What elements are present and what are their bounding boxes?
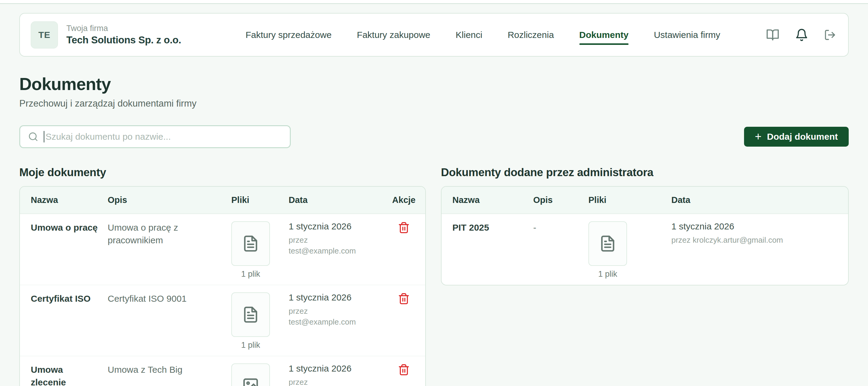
document-name: PIT 2025 — [453, 222, 489, 233]
add-document-label: Dodaj dokument — [767, 132, 838, 142]
top-strip — [0, 0, 868, 4]
delete-document-button[interactable] — [398, 292, 410, 306]
log-out-icon[interactable] — [824, 29, 836, 41]
admin-documents-table: Nazwa Opis Pliki Data PIT 2025 - 1 plik — [441, 186, 849, 285]
page-title: Dokumenty — [19, 74, 849, 94]
table-row: Umowa zlecenie Umowa z Tech Big 1 plik 1… — [20, 356, 425, 386]
book-open-icon[interactable] — [766, 28, 779, 41]
document-name: Umowa o pracę — [31, 222, 98, 233]
document-description: Umowa o pracę z pracownikiem — [108, 222, 178, 245]
document-date: 1 stycznia 2026 — [289, 292, 393, 303]
document-description: Certyfikat ISO 9001 — [108, 293, 187, 304]
nav-item-klienci[interactable]: Klienci — [456, 30, 482, 40]
image-thumbnail[interactable] — [231, 363, 270, 386]
file-thumbnail[interactable] — [588, 221, 627, 266]
document-author: przez test@example.com — [289, 377, 368, 386]
bell-icon[interactable] — [795, 28, 808, 41]
document-name: Certyfikat ISO — [31, 293, 91, 304]
document-author: przez krolczyk.artur@gmail.com — [671, 235, 837, 245]
brand: TE Twoja firma Tech Solutions Sp. z o.o. — [31, 22, 181, 48]
company-label: Twoja firma — [66, 24, 181, 33]
column-header-data: Data — [671, 195, 837, 205]
file-thumbnail[interactable] — [231, 292, 270, 337]
page-subtitle: Przechowuj i zarządzaj dokumentami firmy — [19, 98, 849, 109]
nav-item-faktury-sprzedazowe[interactable]: Faktury sprzedażowe — [246, 30, 332, 40]
document-author: przez test@example.com — [289, 235, 368, 256]
main-nav: Faktury sprzedażowe Faktury zakupowe Kli… — [246, 28, 836, 41]
document-description: - — [533, 222, 536, 233]
delete-document-button[interactable] — [398, 363, 410, 377]
document-author: przez test@example.com — [289, 306, 368, 327]
column-header-pliki: Pliki — [588, 195, 671, 205]
text-cursor — [44, 131, 44, 142]
document-date: 1 stycznia 2026 — [671, 221, 837, 232]
column-header-data: Data — [289, 195, 393, 205]
document-date: 1 stycznia 2026 — [289, 363, 393, 374]
column-header-akcje: Akcje — [393, 195, 414, 205]
column-header-pliki: Pliki — [231, 195, 289, 205]
column-header-nazwa: Nazwa — [31, 195, 108, 205]
nav-item-dokumenty-active[interactable]: Dokumenty — [579, 30, 628, 40]
column-header-opis: Opis — [108, 195, 231, 205]
my-documents-heading: Moje dokumenty — [19, 166, 426, 179]
table-row: Certyfikat ISO Certyfikat ISO 9001 1 pli… — [20, 285, 425, 356]
search-icon — [28, 132, 38, 142]
file-count: 1 plik — [241, 270, 260, 279]
company-logo: TE — [31, 22, 58, 48]
document-description: Umowa z Tech Big — [108, 364, 183, 375]
file-count: 1 plik — [598, 270, 617, 279]
table-header-row: Nazwa Opis Pliki Data Akcje — [20, 187, 425, 214]
table-row: PIT 2025 - 1 plik 1 stycznia 2026 przez … — [441, 214, 848, 285]
nav-item-faktury-zakupowe[interactable]: Faktury zakupowe — [357, 30, 430, 40]
my-documents-table: Nazwa Opis Pliki Data Akcje Umowa o prac… — [19, 186, 426, 386]
delete-document-button[interactable] — [398, 221, 410, 235]
column-header-opis: Opis — [533, 195, 588, 205]
file-thumbnail[interactable] — [231, 221, 270, 266]
table-header-row: Nazwa Opis Pliki Data — [441, 187, 848, 214]
file-count: 1 plik — [241, 341, 260, 350]
search-box — [19, 125, 291, 148]
company-name: Tech Solutions Sp. z o.o. — [66, 34, 181, 46]
column-header-nazwa: Nazwa — [453, 195, 533, 205]
nav-item-rozliczenia[interactable]: Rozliczenia — [507, 30, 554, 40]
table-row: Umowa o pracę Umowa o pracę z pracowniki… — [20, 214, 425, 285]
admin-documents-heading: Dokumenty dodane przez administratora — [441, 166, 849, 179]
plus-icon: + — [755, 131, 762, 142]
nav-item-ustawienia-firmy[interactable]: Ustawienia firmy — [654, 30, 720, 40]
app-header: TE Twoja firma Tech Solutions Sp. z o.o.… — [19, 13, 849, 57]
document-name: Umowa zlecenie — [31, 364, 66, 386]
search-input[interactable] — [45, 132, 282, 142]
document-date: 1 stycznia 2026 — [289, 221, 393, 232]
add-document-button[interactable]: + Dodaj dokument — [744, 127, 849, 147]
